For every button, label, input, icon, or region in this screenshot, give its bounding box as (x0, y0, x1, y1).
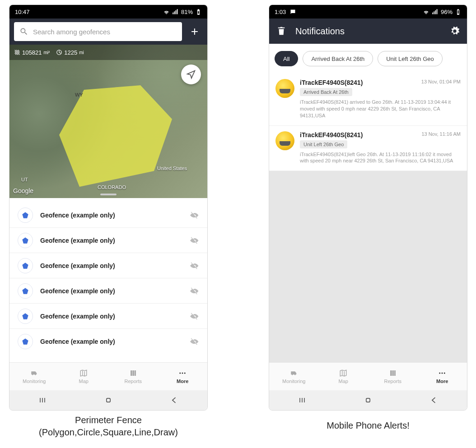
notification-tag: Unit Left 26th Geo (300, 140, 347, 148)
nav-reports[interactable]: Reports (368, 363, 418, 390)
nav-reports[interactable]: Reports (108, 363, 158, 390)
caption-left: Perimeter Fence (Polygon,Circle,Square,L… (9, 414, 208, 439)
perimeter-icon (56, 49, 62, 55)
svg-marker-5 (22, 288, 28, 294)
message-icon (289, 9, 296, 15)
geofence-shape-icon (18, 309, 33, 324)
map-label-us: United States (157, 166, 187, 171)
notifications-body: All Arrived Back At 26th Unit Left 26th … (269, 44, 467, 362)
signal-icon (432, 9, 439, 15)
nav-map[interactable]: Map (59, 363, 109, 390)
svg-marker-2 (22, 212, 28, 218)
notification-time: 13 Nov, 01:04 PM (421, 79, 461, 84)
svg-point-9 (182, 373, 183, 374)
area-metric: 105821 mi² (14, 49, 50, 56)
home-button[interactable] (104, 396, 113, 405)
svg-rect-15 (366, 398, 370, 402)
van-icon (29, 369, 39, 377)
status-time: 1:03 (275, 9, 286, 15)
add-geofence-button[interactable]: + (187, 23, 203, 40)
filter-chip-left[interactable]: Unit Left 26th Geo (378, 51, 443, 66)
page-title: Notifications (295, 26, 441, 37)
location-button[interactable] (181, 65, 201, 84)
geofence-list[interactable]: Geofence (example only) Geofence (exampl… (9, 203, 207, 362)
nav-more[interactable]: More (418, 363, 467, 390)
svg-point-14 (444, 373, 445, 374)
geofence-shape-icon (18, 283, 33, 299)
recents-button[interactable] (38, 396, 47, 405)
visibility-off-icon[interactable] (190, 261, 199, 270)
geofence-label: Geofence (example only) (40, 313, 183, 320)
geofence-polygon[interactable] (41, 76, 177, 189)
area-icon (14, 49, 20, 55)
nav-monitoring[interactable]: Monitoring (269, 363, 319, 390)
panel-drag-handle[interactable] (100, 194, 117, 195)
filter-row: All Arrived Back At 26th Unit Left 26th … (269, 44, 467, 74)
battery-icon (455, 9, 462, 15)
list-item[interactable]: Geofence (example only) (9, 253, 207, 278)
status-bar: 1:03 96% (269, 5, 467, 18)
visibility-off-icon[interactable] (190, 286, 199, 296)
phone-geofence: 10:47 81% + 105821 mi² 1225 m (9, 5, 208, 411)
geofence-shape-icon (18, 334, 33, 349)
list-item[interactable]: Geofence (example only) (9, 203, 207, 228)
geofence-label: Geofence (example only) (40, 287, 183, 295)
bottom-nav: Monitoring Map Reports More (9, 362, 207, 390)
map[interactable]: 105821 mi² 1225 mi WY UT United States C… (9, 45, 207, 198)
list-item[interactable]: Geofence (example only) (9, 278, 207, 304)
notification-card[interactable]: iTrackEF4940S(8241) 13 Nov, 01:04 PM Arr… (269, 74, 467, 126)
battery-text: 81% (181, 9, 193, 15)
location-arrow-icon (186, 69, 196, 79)
geofence-label: Geofence (example only) (40, 237, 183, 244)
status-right: 81% (163, 9, 202, 15)
list-item[interactable]: Geofence (example only) (9, 228, 207, 253)
gear-icon[interactable] (450, 26, 460, 36)
visibility-off-icon[interactable] (190, 211, 199, 220)
svg-point-10 (184, 373, 186, 374)
list-item[interactable]: Geofence (example only) (9, 304, 207, 329)
visibility-off-icon[interactable] (190, 236, 199, 245)
geofence-shape-icon (18, 258, 33, 273)
home-button[interactable] (364, 396, 373, 405)
visibility-off-icon[interactable] (190, 337, 199, 346)
battery-icon (195, 9, 202, 15)
map-label-ut: UT (21, 177, 28, 182)
visibility-off-icon[interactable] (190, 312, 199, 321)
nav-more[interactable]: More (158, 363, 208, 390)
notification-tag: Arrived Back At 26th (300, 88, 352, 96)
more-icon (177, 369, 187, 377)
map-label-co: COLORADO (98, 185, 126, 190)
reports-icon (388, 369, 398, 377)
phone-notifications: 1:03 96% Notifications All Arrived Back … (269, 5, 467, 411)
more-icon (437, 369, 447, 377)
list-item[interactable]: Geofence (example only) (9, 329, 207, 354)
filter-chip-all[interactable]: All (275, 51, 298, 66)
nav-map[interactable]: Map (319, 363, 369, 390)
svg-marker-7 (22, 338, 28, 344)
search-box[interactable] (14, 22, 182, 41)
nav-monitoring[interactable]: Monitoring (9, 363, 59, 390)
search-icon (19, 27, 28, 36)
reports-icon (128, 369, 138, 377)
svg-rect-11 (107, 398, 110, 402)
svg-marker-4 (22, 263, 28, 268)
map-icon (79, 369, 89, 377)
svg-point-12 (439, 373, 441, 374)
search-input[interactable] (33, 28, 177, 36)
signal-icon (172, 9, 179, 15)
notification-card[interactable]: iTrackEF4940S(8241) 13 Nov, 11:16 AM Uni… (269, 126, 467, 171)
notification-time: 13 Nov, 11:16 AM (421, 131, 461, 137)
app-header: + (9, 18, 207, 45)
map-metrics: 105821 mi² 1225 mi (9, 45, 207, 60)
van-icon (289, 369, 299, 377)
map-label-wy: WY (75, 92, 83, 97)
filter-chip-arrived[interactable]: Arrived Back At 26th (303, 51, 373, 66)
back-button[interactable] (429, 396, 439, 405)
back-button[interactable] (170, 396, 179, 405)
map-icon (338, 369, 348, 377)
notifications-header: Notifications (269, 18, 467, 44)
trash-icon[interactable] (276, 26, 286, 36)
geofence-shape-icon (18, 208, 33, 223)
status-time: 10:47 (15, 9, 30, 15)
recents-button[interactable] (298, 396, 307, 405)
